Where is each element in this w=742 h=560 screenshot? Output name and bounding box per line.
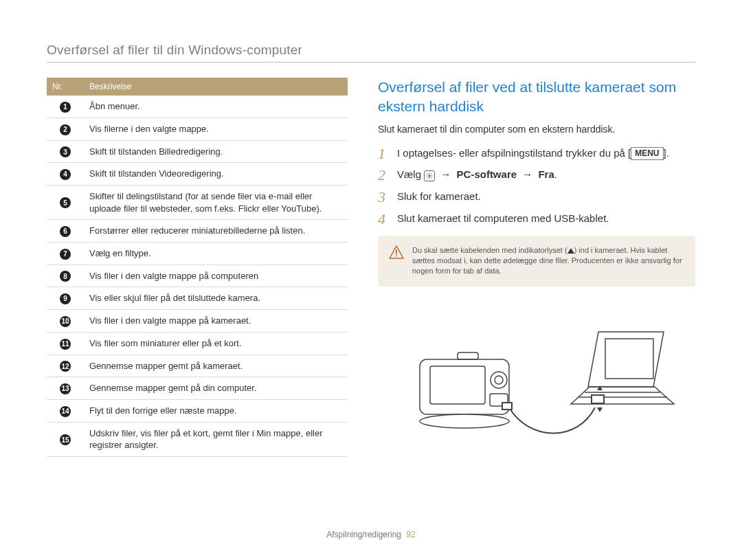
table-row: 14Flyt til den forrige eller næste mappe…: [47, 400, 348, 423]
row-description: Gennemse mapper gemt på din computer.: [84, 377, 348, 400]
number-badge: 3: [60, 146, 71, 157]
row-description: Vis filer i den valgte mappe på computer…: [84, 265, 348, 287]
step-1-text: I optagelses- eller afspilningstilstand …: [397, 147, 625, 159]
page-footer: Afspilning/redigering 92: [0, 530, 742, 539]
row-number: 10: [47, 310, 84, 333]
svg-rect-1: [396, 249, 397, 254]
svg-rect-2: [396, 255, 397, 256]
svg-rect-11: [458, 352, 478, 359]
row-number: 1: [47, 96, 84, 117]
row-description: Udskriv filer, vis filer på et kort, gem…: [84, 422, 348, 456]
number-badge: 7: [60, 249, 71, 260]
svg-point-8: [491, 372, 507, 388]
row-number: 4: [47, 163, 84, 186]
content-columns: Nr. Beskrivelse 1Åbn menuer.2Vis filerne…: [47, 78, 695, 457]
table-row: 15Udskriv filer, vis filer på et kort, g…: [47, 422, 348, 456]
row-number: 6: [47, 220, 84, 243]
row-number: 9: [47, 287, 84, 310]
table-row: 13Gennemse mapper gemt på din computer.: [47, 377, 348, 400]
th-desc: Beskrivelse: [84, 78, 348, 96]
number-badge: 10: [60, 316, 71, 327]
row-description: Flyt til den forrige eller næste mappe.: [84, 400, 348, 423]
row-description: Vis filerne i den valgte mappe.: [84, 117, 348, 140]
steps-list: I optagelses- eller afspilningstilstand …: [378, 146, 695, 226]
number-badge: 12: [60, 361, 71, 372]
gear-icon: [424, 170, 435, 181]
warning-text: Du skal sætte kabelenden med indikatorly…: [412, 245, 684, 277]
warning-icon: [389, 245, 404, 277]
number-badge: 13: [60, 383, 71, 394]
step-2: Vælg → PC-software → Fra.: [378, 167, 695, 182]
menu-button-label: MENU: [631, 147, 663, 160]
footer-section: Afspilning/redigering: [326, 530, 401, 539]
arrow-icon: →: [519, 168, 535, 180]
step-1: I optagelses- eller afspilningstilstand …: [378, 146, 695, 161]
row-description: Skift til tilstanden Billedredigering.: [84, 140, 348, 163]
warning-text-a: Du skal sætte kabelenden med indikatorly…: [412, 246, 567, 254]
row-number: 8: [47, 265, 84, 287]
footer-page-number: 92: [406, 530, 415, 539]
step-2-value: Fra: [538, 168, 554, 180]
number-badge: 8: [60, 271, 71, 282]
number-badge: 9: [60, 293, 71, 304]
section-heading: Overførsel af filer ved at tilslutte kam…: [378, 78, 695, 117]
table-row: 7Vælg en filtype.: [47, 242, 348, 265]
row-number: 14: [47, 400, 84, 423]
row-number: 3: [47, 140, 84, 163]
step-2-option: PC-software: [457, 168, 517, 180]
table-row: 5Skifter til delingstilstand (for at sen…: [47, 186, 348, 220]
svg-rect-13: [592, 395, 604, 403]
warning-callout: Du skal sætte kabelenden med indikatorly…: [378, 236, 695, 287]
step-4: Slut kameraet til computeren med USB-kab…: [378, 211, 695, 226]
number-badge: 14: [60, 406, 71, 417]
svg-point-12: [420, 414, 509, 428]
triangle-up-icon: [567, 248, 574, 254]
row-number: 11: [47, 332, 84, 355]
svg-rect-3: [605, 339, 653, 379]
section-intro: Slut kameraet til din computer som en ek…: [378, 124, 695, 135]
row-number: 2: [47, 117, 84, 140]
table-row: 9Vis eller skjul filer på det tilslutted…: [47, 287, 348, 310]
row-description: Vis filer i den valgte mappe på kameraet…: [84, 310, 348, 333]
step-3: Sluk for kameraet.: [378, 189, 695, 204]
page-title: Overførsel af filer til din Windows-comp…: [47, 43, 695, 63]
row-description: Åbn menuer.: [84, 96, 348, 117]
description-table: Nr. Beskrivelse 1Åbn menuer.2Vis filerne…: [47, 78, 348, 457]
row-number: 12: [47, 355, 84, 377]
number-badge: 2: [60, 124, 71, 135]
right-column: Overførsel af filer ved at tilslutte kam…: [378, 78, 695, 457]
svg-point-9: [495, 376, 503, 384]
row-description: Gennemse mapper gemt på kameraet.: [84, 355, 348, 377]
table-row: 10Vis filer i den valgte mappe på kamera…: [47, 310, 348, 333]
step-2-verb: Vælg: [397, 168, 421, 180]
table-row: 6Forstørrer eller reducerer miniaturebil…: [47, 220, 348, 243]
number-badge: 6: [60, 226, 71, 237]
row-description: Vis filer som miniaturer eller på et kor…: [84, 332, 348, 355]
table-row: 8Vis filer i den valgte mappe på compute…: [47, 265, 348, 287]
table-row: 2Vis filerne i den valgte mappe.: [47, 117, 348, 140]
number-badge: 5: [60, 197, 71, 208]
table-row: 1Åbn menuer.: [47, 96, 348, 117]
row-number: 7: [47, 242, 84, 265]
svg-rect-14: [502, 403, 512, 410]
arrow-icon: →: [438, 168, 453, 180]
row-number: 15: [47, 422, 84, 456]
table-row: 12Gennemse mapper gemt på kameraet.: [47, 355, 348, 377]
svg-rect-7: [430, 366, 485, 404]
row-description: Vælg en filtype.: [84, 242, 348, 265]
table-row: 11Vis filer som miniaturer eller på et k…: [47, 332, 348, 355]
row-number: 13: [47, 377, 84, 400]
left-column: Nr. Beskrivelse 1Åbn menuer.2Vis filerne…: [47, 78, 348, 457]
row-description: Skifter til delingstilstand (for at send…: [84, 186, 348, 220]
row-description: Forstørrer eller reducerer miniaturebill…: [84, 220, 348, 243]
table-row: 3Skift til tilstanden Billedredigering.: [47, 140, 348, 163]
number-badge: 11: [60, 339, 71, 350]
row-description: Skift til tilstanden Videoredigering.: [84, 163, 348, 186]
table-row: 4Skift til tilstanden Videoredigering.: [47, 163, 348, 186]
usb-illustration: [378, 311, 695, 451]
th-nr: Nr.: [47, 78, 84, 96]
svg-point-0: [429, 175, 431, 177]
row-description: Vis eller skjul filer på det tilsluttede…: [84, 287, 348, 310]
number-badge: 15: [60, 434, 71, 445]
row-number: 5: [47, 186, 84, 220]
